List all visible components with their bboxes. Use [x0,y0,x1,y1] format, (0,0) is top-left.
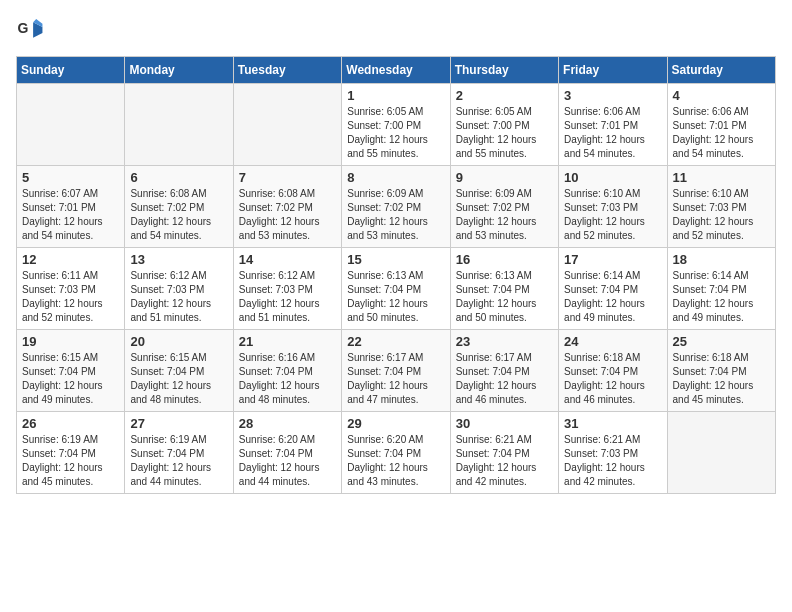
day-number: 16 [456,252,553,267]
cell-content: Sunrise: 6:09 AM Sunset: 7:02 PM Dayligh… [347,187,444,243]
day-number: 17 [564,252,661,267]
day-of-week-header: Saturday [667,57,775,84]
day-number: 21 [239,334,336,349]
cell-content: Sunrise: 6:13 AM Sunset: 7:04 PM Dayligh… [347,269,444,325]
day-number: 25 [673,334,770,349]
cell-content: Sunrise: 6:05 AM Sunset: 7:00 PM Dayligh… [456,105,553,161]
day-number: 5 [22,170,119,185]
cell-content: Sunrise: 6:12 AM Sunset: 7:03 PM Dayligh… [239,269,336,325]
calendar-week-row: 1 Sunrise: 6:05 AM Sunset: 7:00 PM Dayli… [17,84,776,166]
calendar-week-row: 19 Sunrise: 6:15 AM Sunset: 7:04 PM Dayl… [17,330,776,412]
day-number: 10 [564,170,661,185]
cell-content: Sunrise: 6:17 AM Sunset: 7:04 PM Dayligh… [347,351,444,407]
day-number: 29 [347,416,444,431]
day-number: 31 [564,416,661,431]
calendar-cell: 24 Sunrise: 6:18 AM Sunset: 7:04 PM Dayl… [559,330,667,412]
cell-content: Sunrise: 6:14 AM Sunset: 7:04 PM Dayligh… [564,269,661,325]
calendar-cell: 18 Sunrise: 6:14 AM Sunset: 7:04 PM Dayl… [667,248,775,330]
day-of-week-header: Thursday [450,57,558,84]
calendar-cell: 14 Sunrise: 6:12 AM Sunset: 7:03 PM Dayl… [233,248,341,330]
day-number: 13 [130,252,227,267]
calendar-cell: 22 Sunrise: 6:17 AM Sunset: 7:04 PM Dayl… [342,330,450,412]
calendar-week-row: 12 Sunrise: 6:11 AM Sunset: 7:03 PM Dayl… [17,248,776,330]
cell-content: Sunrise: 6:14 AM Sunset: 7:04 PM Dayligh… [673,269,770,325]
day-number: 30 [456,416,553,431]
day-of-week-header: Wednesday [342,57,450,84]
calendar-cell: 30 Sunrise: 6:21 AM Sunset: 7:04 PM Dayl… [450,412,558,494]
calendar-cell [17,84,125,166]
calendar-cell: 12 Sunrise: 6:11 AM Sunset: 7:03 PM Dayl… [17,248,125,330]
cell-content: Sunrise: 6:13 AM Sunset: 7:04 PM Dayligh… [456,269,553,325]
day-number: 9 [456,170,553,185]
cell-content: Sunrise: 6:06 AM Sunset: 7:01 PM Dayligh… [673,105,770,161]
calendar-cell: 28 Sunrise: 6:20 AM Sunset: 7:04 PM Dayl… [233,412,341,494]
day-number: 26 [22,416,119,431]
day-number: 12 [22,252,119,267]
calendar-cell: 11 Sunrise: 6:10 AM Sunset: 7:03 PM Dayl… [667,166,775,248]
day-number: 24 [564,334,661,349]
cell-content: Sunrise: 6:20 AM Sunset: 7:04 PM Dayligh… [239,433,336,489]
calendar-cell [667,412,775,494]
cell-content: Sunrise: 6:11 AM Sunset: 7:03 PM Dayligh… [22,269,119,325]
calendar-week-row: 5 Sunrise: 6:07 AM Sunset: 7:01 PM Dayli… [17,166,776,248]
cell-content: Sunrise: 6:10 AM Sunset: 7:03 PM Dayligh… [564,187,661,243]
day-number: 1 [347,88,444,103]
day-number: 19 [22,334,119,349]
day-of-week-header: Monday [125,57,233,84]
calendar-week-row: 26 Sunrise: 6:19 AM Sunset: 7:04 PM Dayl… [17,412,776,494]
day-number: 3 [564,88,661,103]
calendar-cell: 6 Sunrise: 6:08 AM Sunset: 7:02 PM Dayli… [125,166,233,248]
calendar-cell: 20 Sunrise: 6:15 AM Sunset: 7:04 PM Dayl… [125,330,233,412]
cell-content: Sunrise: 6:17 AM Sunset: 7:04 PM Dayligh… [456,351,553,407]
day-number: 7 [239,170,336,185]
cell-content: Sunrise: 6:21 AM Sunset: 7:04 PM Dayligh… [456,433,553,489]
cell-content: Sunrise: 6:19 AM Sunset: 7:04 PM Dayligh… [22,433,119,489]
cell-content: Sunrise: 6:07 AM Sunset: 7:01 PM Dayligh… [22,187,119,243]
calendar-cell: 9 Sunrise: 6:09 AM Sunset: 7:02 PM Dayli… [450,166,558,248]
cell-content: Sunrise: 6:20 AM Sunset: 7:04 PM Dayligh… [347,433,444,489]
day-number: 8 [347,170,444,185]
day-of-week-header: Friday [559,57,667,84]
calendar-cell: 31 Sunrise: 6:21 AM Sunset: 7:03 PM Dayl… [559,412,667,494]
cell-content: Sunrise: 6:15 AM Sunset: 7:04 PM Dayligh… [22,351,119,407]
day-number: 20 [130,334,227,349]
cell-content: Sunrise: 6:18 AM Sunset: 7:04 PM Dayligh… [564,351,661,407]
calendar-cell: 10 Sunrise: 6:10 AM Sunset: 7:03 PM Dayl… [559,166,667,248]
calendar-cell: 27 Sunrise: 6:19 AM Sunset: 7:04 PM Dayl… [125,412,233,494]
cell-content: Sunrise: 6:19 AM Sunset: 7:04 PM Dayligh… [130,433,227,489]
calendar-cell: 16 Sunrise: 6:13 AM Sunset: 7:04 PM Dayl… [450,248,558,330]
day-number: 22 [347,334,444,349]
calendar-cell: 2 Sunrise: 6:05 AM Sunset: 7:00 PM Dayli… [450,84,558,166]
calendar-cell: 21 Sunrise: 6:16 AM Sunset: 7:04 PM Dayl… [233,330,341,412]
cell-content: Sunrise: 6:06 AM Sunset: 7:01 PM Dayligh… [564,105,661,161]
calendar-cell: 26 Sunrise: 6:19 AM Sunset: 7:04 PM Dayl… [17,412,125,494]
calendar-cell [233,84,341,166]
day-number: 23 [456,334,553,349]
day-number: 11 [673,170,770,185]
cell-content: Sunrise: 6:09 AM Sunset: 7:02 PM Dayligh… [456,187,553,243]
cell-content: Sunrise: 6:05 AM Sunset: 7:00 PM Dayligh… [347,105,444,161]
calendar-table: SundayMondayTuesdayWednesdayThursdayFrid… [16,56,776,494]
calendar-cell: 19 Sunrise: 6:15 AM Sunset: 7:04 PM Dayl… [17,330,125,412]
logo: G [16,16,48,44]
calendar-cell: 17 Sunrise: 6:14 AM Sunset: 7:04 PM Dayl… [559,248,667,330]
cell-content: Sunrise: 6:18 AM Sunset: 7:04 PM Dayligh… [673,351,770,407]
calendar-cell: 15 Sunrise: 6:13 AM Sunset: 7:04 PM Dayl… [342,248,450,330]
day-of-week-header: Sunday [17,57,125,84]
calendar-cell: 5 Sunrise: 6:07 AM Sunset: 7:01 PM Dayli… [17,166,125,248]
logo-icon: G [16,16,44,44]
cell-content: Sunrise: 6:15 AM Sunset: 7:04 PM Dayligh… [130,351,227,407]
cell-content: Sunrise: 6:12 AM Sunset: 7:03 PM Dayligh… [130,269,227,325]
svg-text:G: G [18,20,29,36]
calendar-cell: 29 Sunrise: 6:20 AM Sunset: 7:04 PM Dayl… [342,412,450,494]
calendar-cell: 23 Sunrise: 6:17 AM Sunset: 7:04 PM Dayl… [450,330,558,412]
calendar-cell: 3 Sunrise: 6:06 AM Sunset: 7:01 PM Dayli… [559,84,667,166]
day-number: 4 [673,88,770,103]
cell-content: Sunrise: 6:16 AM Sunset: 7:04 PM Dayligh… [239,351,336,407]
page-header: G [16,16,776,44]
cell-content: Sunrise: 6:08 AM Sunset: 7:02 PM Dayligh… [130,187,227,243]
cell-content: Sunrise: 6:21 AM Sunset: 7:03 PM Dayligh… [564,433,661,489]
cell-content: Sunrise: 6:08 AM Sunset: 7:02 PM Dayligh… [239,187,336,243]
calendar-cell: 13 Sunrise: 6:12 AM Sunset: 7:03 PM Dayl… [125,248,233,330]
calendar-header-row: SundayMondayTuesdayWednesdayThursdayFrid… [17,57,776,84]
